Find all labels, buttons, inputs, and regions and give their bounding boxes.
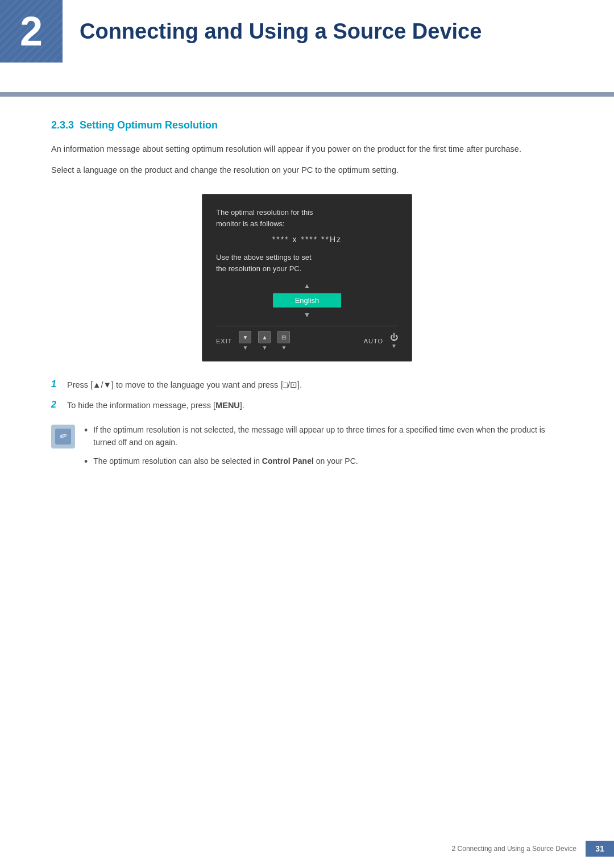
bullet-dot-1: • bbox=[84, 423, 88, 438]
dialog-btn-group-power: ⏻ ▼ bbox=[390, 333, 398, 349]
step-number-1: 1 bbox=[51, 379, 67, 389]
dialog-btn-select: ⊟ bbox=[277, 331, 290, 343]
step-text-1: Press [▲/▼] to move to the language you … bbox=[67, 379, 563, 392]
chapter-title-area: Connecting and Using a Source Device bbox=[63, 0, 614, 63]
dialog-power-arrow: ▼ bbox=[391, 343, 397, 349]
steps-area: 1 Press [▲/▼] to move to the language yo… bbox=[51, 379, 563, 412]
note-icon-inner: ✏ bbox=[55, 429, 71, 445]
dialog-resolution: **** x **** **Hz bbox=[216, 235, 398, 244]
dialog-btn-group-1: ▼ ▼ bbox=[239, 331, 251, 351]
note-bullet-2: • The optimum resolution can also be sel… bbox=[84, 455, 563, 469]
dialog-use-text: Use the above settings to set the resolu… bbox=[216, 252, 398, 274]
body-paragraph-2: Select a language on the product and cha… bbox=[51, 164, 563, 177]
dialog-line1: The optimal resolution for this monitor … bbox=[216, 207, 398, 229]
dialog-bottom-bar: EXIT ▼ ▼ ▲ ▼ ⊟ ▼ AUTO ⏻ ▼ bbox=[216, 326, 398, 351]
dialog-power-icon: ⏻ bbox=[390, 333, 398, 342]
note-bullets: • If the optimum resolution is not selec… bbox=[84, 423, 563, 475]
dialog-arrow-down: ▼ bbox=[216, 311, 398, 319]
dialog-language-button: English bbox=[273, 293, 341, 308]
section-heading: Setting Optimum Resolution bbox=[80, 119, 218, 131]
dialog-btn-up-arrow: ▼ bbox=[262, 344, 268, 351]
step-text-2: To hide the information message, press [… bbox=[67, 399, 563, 412]
pencil-icon: ✏ bbox=[58, 430, 68, 443]
body-paragraph-1: An information message about setting opt… bbox=[51, 143, 563, 156]
step-row-2: 2 To hide the information message, press… bbox=[51, 399, 563, 412]
note-text-2: The optimum resolution can also be selec… bbox=[93, 455, 358, 467]
dialog-btn-up: ▲ bbox=[258, 331, 271, 343]
note-icon: ✏ bbox=[51, 425, 75, 448]
step-number-2: 2 bbox=[51, 400, 67, 410]
page-number: 31 bbox=[595, 844, 604, 853]
dialog-arrow-up: ▲ bbox=[216, 282, 398, 290]
chapter-number-box: 2 bbox=[0, 0, 63, 63]
dialog-auto-label: AUTO bbox=[364, 338, 383, 344]
section-number: 2.3.3 bbox=[51, 119, 74, 131]
monitor-dialog-wrapper: The optimal resolution for this monitor … bbox=[51, 194, 563, 362]
footer-text: 2 Connecting and Using a Source Device bbox=[452, 845, 586, 853]
header-bar bbox=[0, 92, 614, 97]
note-text-1: If the optimum resolution is not selecte… bbox=[93, 423, 563, 449]
note-bullet-1: • If the optimum resolution is not selec… bbox=[84, 423, 563, 449]
dialog-btn-group-2: ▲ ▼ bbox=[258, 331, 271, 351]
dialog-btn-down: ▼ bbox=[239, 331, 251, 343]
dialog-btn-group-3: ⊟ ▼ bbox=[277, 331, 290, 351]
bullet-dot-2: • bbox=[84, 455, 88, 469]
dialog-btn-down-arrow: ▼ bbox=[243, 344, 248, 351]
chapter-title: Connecting and Using a Source Device bbox=[80, 19, 482, 44]
dialog-btn-select-arrow: ▼ bbox=[281, 344, 287, 351]
note-area: ✏ • If the optimum resolution is not sel… bbox=[51, 423, 563, 475]
page-number-box: 31 bbox=[586, 841, 614, 857]
dialog-exit-label: EXIT bbox=[216, 338, 232, 344]
chapter-header: 2 Connecting and Using a Source Device bbox=[0, 0, 614, 63]
main-content: 2.3.3 Setting Optimum Resolution An info… bbox=[0, 97, 614, 520]
chapter-number: 2 bbox=[20, 11, 43, 52]
section-title: 2.3.3 Setting Optimum Resolution bbox=[51, 119, 563, 131]
step-row-1: 1 Press [▲/▼] to move to the language yo… bbox=[51, 379, 563, 392]
page-footer: 2 Connecting and Using a Source Device 3… bbox=[0, 841, 614, 857]
monitor-dialog: The optimal resolution for this monitor … bbox=[202, 194, 412, 362]
